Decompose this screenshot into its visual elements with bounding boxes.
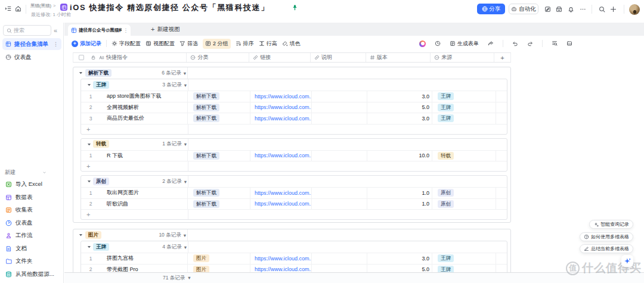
cell-description[interactable] [312, 102, 367, 113]
column-header-6[interactable]: 来源 [431, 53, 494, 62]
cell-category[interactable]: 解析下载 [188, 91, 250, 102]
group-header-row[interactable]: 解析下载6 条记录▾ [73, 67, 510, 79]
cell-link[interactable]: https://www.icloud.com... [250, 188, 312, 198]
cell-source[interactable]: 原创 [432, 199, 496, 210]
cell-link[interactable]: https://www.icloud.com... [250, 253, 312, 264]
cell-category[interactable]: 解析下载 [188, 199, 250, 210]
subgroup-header-row[interactable]: 王牌4 条记录▾ [81, 241, 507, 253]
plus-icon[interactable] [610, 6, 617, 13]
group-header-row[interactable]: 图片10 条记录▾ [73, 229, 510, 241]
cell-version[interactable]: 3.0 [367, 91, 432, 102]
subgroup-header-row[interactable]: 原创2 条记录▾ [81, 176, 507, 187]
sidebar-toggle-icon[interactable] [5, 5, 11, 12]
cell-link[interactable]: https://www.icloud.com... [250, 102, 312, 113]
select-all-checkbox[interactable] [79, 55, 84, 60]
record-link[interactable]: https://www.icloud.com... [255, 94, 311, 99]
history-icon[interactable] [435, 41, 441, 46]
table-row[interactable]: 1app store圆角图标下载解析下载https://www.icloud.c… [81, 91, 507, 102]
record-link[interactable]: https://www.icloud.com... [255, 190, 311, 196]
toolbar-row-height-button[interactable]: 行高 [259, 40, 277, 48]
collapse-sidebar-button[interactable]: « [54, 26, 57, 35]
record-link[interactable]: https://www.icloud.com... [255, 153, 311, 158]
pin-icon[interactable] [292, 4, 298, 11]
toolbar-paint-button[interactable]: 填色 [282, 40, 301, 48]
toolbar-filter-button[interactable]: 筛选 [179, 40, 198, 48]
new-section-header[interactable]: 新建 [5, 169, 60, 176]
search-input[interactable]: 搜索 [3, 25, 51, 36]
add-record-row[interactable]: + [81, 124, 507, 134]
cell-link[interactable]: https://www.icloud.com... [250, 265, 312, 273]
subgroup-record-count[interactable]: 3 条记录▾ [81, 79, 188, 91]
more-vertical-icon[interactable]: ⋮ [53, 41, 58, 47]
automation-button[interactable]: 自动化 [509, 4, 538, 14]
toolbar-group-button[interactable]: 2 分组 [203, 39, 231, 49]
assistant-pill-3[interactable]: 总结当前多维表格 [580, 244, 633, 253]
breadcrumb[interactable]: 黑猫(黑猫)> [30, 3, 57, 9]
more-icon[interactable] [580, 6, 586, 13]
cell-version[interactable]: 5.0 [367, 102, 432, 113]
cell-version[interactable]: 5.0 [367, 265, 432, 273]
record-link[interactable]: https://www.icloud.com... [255, 256, 311, 262]
subgroup-record-count[interactable]: 1 条记录▾ [81, 139, 188, 150]
add-record-row[interactable]: + [81, 209, 507, 219]
cell-description[interactable] [312, 113, 367, 124]
sidebar-new-item-8[interactable]: 从其他数据源... [2, 269, 61, 280]
add-record-button[interactable]: + 添加记录 [72, 40, 101, 48]
cell-description[interactable] [312, 199, 367, 210]
cell-name[interactable]: 3商品历史最低价 [81, 113, 188, 124]
column-header-1[interactable]: 快捷指令 [73, 53, 187, 62]
sidebar-item-dashboard[interactable]: 仪表盘 [2, 51, 61, 63]
cell-category[interactable]: 解析下载 [188, 113, 250, 124]
column-header-3[interactable]: 链接 [249, 53, 311, 62]
generate-form-button[interactable]: 生成表单 [450, 40, 479, 48]
record-link[interactable]: https://www.icloud.com... [255, 201, 311, 207]
cell-category[interactable]: 解析下载 [188, 151, 250, 161]
sidebar-new-item-4[interactable]: 仪表盘 [2, 217, 61, 229]
share-arrow-icon[interactable] [488, 41, 494, 46]
assistant-pill-2[interactable]: 如何使用多维表格 [580, 232, 633, 241]
cell-name[interactable]: 1app store圆角图标下载 [81, 91, 188, 102]
table-row[interactable]: 2全网视频解析解析下载https://www.icloud.com...5.0王… [81, 102, 507, 113]
sidebar-item-current-table[interactable]: 捷径合集清单⋮ [2, 38, 61, 50]
cell-description[interactable] [312, 253, 367, 264]
home-icon[interactable] [15, 5, 21, 12]
cell-source[interactable]: 转载 [432, 151, 496, 161]
table-row[interactable]: 2听歌识曲解析下载https://www.icloud.com...1.0原创 [81, 198, 507, 210]
tab-active-view[interactable]: 捷径库公众号@黑猫科... ⋮ [68, 24, 131, 36]
share-button[interactable]: 分享 [477, 4, 505, 14]
subgroup-header-row[interactable]: 王牌3 条记录▾ [81, 79, 507, 91]
subgroup-record-count[interactable]: 4 条记录▾ [81, 241, 188, 253]
bell-icon[interactable] [568, 6, 574, 13]
assistant-pill-1[interactable]: 智能查询记录 [589, 220, 633, 229]
sidebar-new-item-7[interactable]: 文件夹 [2, 256, 61, 267]
tab-menu-icon[interactable]: ⋮ [123, 27, 129, 33]
cell-name[interactable]: 2带壳截图 Pro [81, 265, 188, 273]
group-record-count[interactable]: 6 条记录▾ [73, 67, 187, 79]
ai-assistant-icon[interactable] [419, 41, 426, 47]
table-search-icon[interactable] [552, 41, 558, 46]
avatar[interactable] [629, 4, 640, 15]
cell-link[interactable]: https://www.icloud.com... [250, 151, 312, 161]
subgroup-header-row[interactable]: 转载1 条记录▾ [81, 139, 507, 150]
cell-source[interactable]: 王牌 [432, 91, 496, 102]
toolbar-field-config-button[interactable]: 字段配置 [112, 40, 141, 48]
cell-source[interactable]: 原创 [432, 188, 496, 198]
cell-name[interactable]: 1R 下载 [81, 151, 188, 161]
table-row[interactable]: 1R 下载解析下载https://www.icloud.com...10.0转载 [81, 150, 507, 161]
add-column-button[interactable]: + [494, 53, 510, 62]
column-header-2[interactable]: 分类 [187, 53, 249, 62]
toolbar-view-config-button[interactable]: 视图配置 [145, 40, 175, 48]
sidebar-new-item-5[interactable]: 工作流 [2, 230, 61, 241]
cell-source[interactable]: 王牌 [432, 265, 496, 273]
column-header-4[interactable]: 说明 [311, 53, 366, 62]
cell-link[interactable]: https://www.icloud.com... [250, 199, 312, 210]
cell-source[interactable]: 王牌 [432, 113, 496, 124]
column-header-5[interactable]: 版本 [366, 53, 431, 62]
cell-version[interactable]: 3.0 [367, 253, 432, 264]
cell-name[interactable]: 2听歌识曲 [81, 199, 188, 210]
cell-description[interactable] [312, 188, 367, 198]
widget-icon[interactable] [544, 6, 551, 13]
cell-name[interactable]: 1取出网页图片 [81, 188, 188, 198]
table-row[interactable]: 3商品历史最低价解析下载https://www.icloud.com...3.0… [81, 113, 507, 124]
sidebar-new-item-2[interactable]: 数据表 [2, 192, 61, 203]
